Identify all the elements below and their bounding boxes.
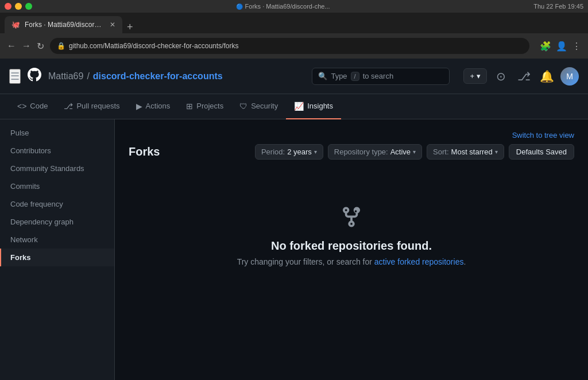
address-bar[interactable]: 🔒 github.com/Mattia69/discord-checker-fo… — [50, 38, 529, 54]
back-button[interactable]: ← — [7, 41, 16, 51]
active-forked-repos-link[interactable]: active forked repositories — [374, 257, 464, 266]
sidebar-label-community: Community Standards — [10, 164, 84, 173]
nav-actions[interactable]: ▶ Actions — [128, 94, 179, 119]
issues-button[interactable]: ⊙ — [492, 67, 510, 86]
switch-view-button[interactable]: Switch to tree view — [512, 131, 574, 139]
pullrequests-button[interactable]: ⎇ — [514, 67, 533, 86]
sidebar-label-network: Network — [10, 235, 38, 244]
nav-actions-label: Actions — [146, 102, 171, 110]
code-icon: <> — [17, 102, 26, 111]
fork-icon — [340, 205, 363, 230]
sidebar-label-code-frequency: Code frequency — [10, 200, 63, 208]
search-suffix: to search — [363, 72, 393, 80]
add-dropdown-icon: ▾ — [477, 72, 481, 80]
nav-insights-label: Insights — [307, 102, 333, 110]
empty-title: No forked repositories found. — [271, 239, 432, 253]
repo-nav: <> Code ⎇ Pull requests ▶ Actions ⊞ Proj… — [0, 94, 588, 119]
mac-title: 🔵 Forks · Mattia69/discord-che... — [36, 3, 530, 10]
sidebar-item-community[interactable]: Community Standards — [0, 160, 114, 177]
favicon: 🔵 — [236, 3, 243, 10]
sidebar-label-dependency-graph: Dependency graph — [10, 218, 74, 226]
github-header: ☰ Mattia69 / discord-checker-for-account… — [0, 59, 588, 94]
chrome-addressbar: ← → ↻ 🔒 github.com/Mattia69/discord-chec… — [0, 33, 588, 59]
defaults-saved-button[interactable]: Defaults Saved — [509, 144, 574, 160]
search-box[interactable]: 🔍 Type / to search — [312, 68, 450, 85]
breadcrumb: Mattia69 / discord-checker-for-accounts — [48, 71, 223, 82]
forks-header: Forks Period: 2 years ▾ Repository type:… — [129, 144, 574, 160]
content-area: Switch to tree view Forks Period: 2 year… — [115, 119, 588, 380]
chrome-tabbar: 🐙 Forks · Mattia69/discord-che... ✕ + — [0, 13, 588, 33]
nav-security-label: Security — [251, 102, 278, 110]
sidebar-item-code-frequency[interactable]: Code frequency — [0, 195, 114, 213]
nav-insights[interactable]: 📈 Insights — [286, 94, 341, 119]
search-kbd: / — [351, 72, 359, 81]
active-tab[interactable]: 🐙 Forks · Mattia69/discord-che... ✕ — [5, 16, 122, 33]
nav-security[interactable]: 🛡 Security — [231, 94, 286, 119]
sort-value: Most starred — [451, 148, 493, 156]
repo-type-chevron-icon: ▾ — [413, 149, 416, 155]
sidebar: Pulse Contributors Community Standards C… — [0, 119, 115, 380]
sidebar-item-commits[interactable]: Commits — [0, 177, 114, 195]
slash-icon: / — [354, 73, 356, 80]
nav-pullrequests[interactable]: ⎇ Pull requests — [56, 94, 127, 119]
security-icon: 🛡 — [239, 102, 247, 111]
header-right: + ▾ ⊙ ⎇ 🔔 M — [463, 67, 579, 86]
sidebar-item-network[interactable]: Network — [0, 231, 114, 249]
avatar[interactable]: M — [560, 67, 579, 86]
forks-controls: Period: 2 years ▾ Repository type: Activ… — [255, 144, 574, 160]
actions-icon: ▶ — [136, 102, 142, 111]
tab-title: Forks · Mattia69/discord-che... — [25, 21, 105, 29]
empty-subtitle-text: Try changing your filters, or search for — [237, 257, 372, 266]
github-logo[interactable] — [28, 68, 41, 85]
profile-icon[interactable]: 👤 — [556, 41, 567, 52]
pr-icon: ⎇ — [64, 102, 73, 111]
repo-type-label: Repository type: — [334, 148, 388, 156]
empty-suffix: . — [463, 257, 466, 266]
forks-title: Forks — [129, 145, 160, 158]
sidebar-label-contributors: Contributors — [10, 146, 51, 155]
chrome-bar-icons: 🧩 👤 ⋮ — [540, 41, 581, 52]
nav-projects-label: Projects — [196, 102, 223, 110]
sort-label: Sort: — [433, 148, 448, 156]
maximize-dot[interactable] — [25, 3, 32, 10]
mac-time: Thu 22 Feb 19:45 — [533, 3, 583, 10]
close-dot[interactable] — [5, 3, 11, 10]
mac-dots — [5, 3, 32, 10]
period-filter[interactable]: Period: 2 years ▾ — [255, 144, 323, 160]
username[interactable]: Mattia69 — [48, 71, 83, 82]
hamburger-button[interactable]: ☰ — [9, 69, 21, 84]
sidebar-item-contributors[interactable]: Contributors — [0, 142, 114, 160]
minimize-dot[interactable] — [15, 3, 22, 10]
sort-filter[interactable]: Sort: Most starred ▾ — [427, 144, 504, 160]
repo-type-filter[interactable]: Repository type: Active ▾ — [328, 144, 422, 160]
add-button[interactable]: + ▾ — [463, 68, 487, 84]
nav-code-label: Code — [30, 102, 48, 110]
new-tab-button[interactable]: + — [122, 21, 138, 33]
extensions-icon[interactable]: 🧩 — [540, 41, 551, 52]
reload-button[interactable]: ↻ — [37, 41, 44, 52]
search-icon: 🔍 — [318, 72, 327, 80]
mac-window-title: Forks · Mattia69/discord-che... — [245, 3, 330, 10]
forward-button[interactable]: → — [22, 41, 31, 51]
tab-icon: 🐙 — [11, 21, 20, 29]
sidebar-label-commits: Commits — [10, 182, 40, 191]
sidebar-item-pulse[interactable]: Pulse — [0, 124, 114, 142]
notifications-button[interactable]: 🔔 — [537, 67, 556, 86]
breadcrumb-separator: / — [87, 71, 89, 82]
lock-icon: 🔒 — [57, 42, 65, 50]
main-content: Pulse Contributors Community Standards C… — [0, 119, 588, 380]
menu-icon[interactable]: ⋮ — [572, 41, 581, 52]
repo-name[interactable]: discord-checker-for-accounts — [93, 71, 223, 82]
nav-code[interactable]: <> Code — [9, 94, 56, 119]
tab-close-button[interactable]: ✕ — [110, 21, 115, 29]
url-text: github.com/Mattia69/discord-checker-for-… — [69, 42, 238, 50]
repo-type-value: Active — [390, 148, 411, 156]
sidebar-item-forks[interactable]: Forks — [0, 249, 114, 266]
insights-icon: 📈 — [294, 102, 304, 111]
period-label: Period: — [261, 148, 285, 156]
empty-subtitle: Try changing your filters, or search for… — [237, 257, 466, 266]
plus-icon: + — [470, 72, 474, 80]
nav-pr-label: Pull requests — [76, 102, 119, 110]
nav-projects[interactable]: ⊞ Projects — [178, 94, 231, 119]
sidebar-item-dependency-graph[interactable]: Dependency graph — [0, 213, 114, 231]
